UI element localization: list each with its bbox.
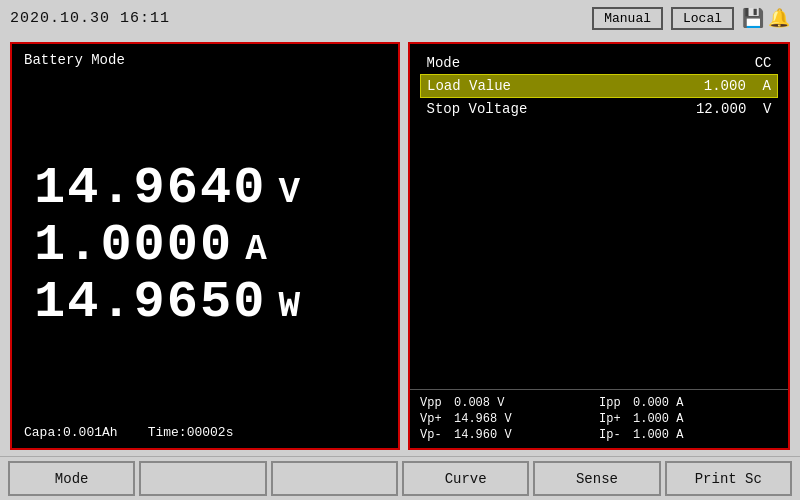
battery-mode-label: Battery Mode bbox=[24, 52, 386, 68]
stat-ipp-label: Ipp bbox=[599, 396, 629, 410]
right-panel: Mode CC Load Value 1.000 A Stop Voltage … bbox=[408, 42, 790, 450]
param-label-mode: Mode bbox=[421, 52, 622, 75]
stat-vpp: Vpp 0.008 V bbox=[420, 396, 599, 410]
param-label-loadvalue: Load Value bbox=[421, 75, 622, 98]
stat-vp-plus-value: 14.968 V bbox=[454, 412, 512, 426]
right-top: Mode CC Load Value 1.000 A Stop Voltage … bbox=[410, 44, 788, 389]
stat-vpp-label: Vpp bbox=[420, 396, 450, 410]
param-value-mode: CC bbox=[621, 52, 777, 75]
power-unit: W bbox=[278, 287, 300, 327]
curve-button[interactable]: Curve bbox=[402, 461, 529, 496]
stat-ip-minus-value: 1.000 A bbox=[633, 428, 683, 442]
current-unit: A bbox=[245, 230, 267, 270]
stat-ip-plus: Ip+ 1.000 A bbox=[599, 412, 778, 426]
voltage-unit: V bbox=[278, 173, 300, 213]
voltage-row: 14.9640 V bbox=[34, 160, 300, 217]
stats-grid: Vpp 0.008 V Vp+ 14.968 V Vp- 14.960 V bbox=[420, 396, 778, 442]
status-icons: 💾 🔔 bbox=[742, 7, 790, 29]
device-frame: 2020.10.30 16:11 Manual Local 💾 🔔 Batter… bbox=[0, 0, 800, 500]
right-bottom: Vpp 0.008 V Vp+ 14.968 V Vp- 14.960 V bbox=[410, 389, 788, 448]
stat-vp-minus-label: Vp- bbox=[420, 428, 450, 442]
printsc-button[interactable]: Print Sc bbox=[665, 461, 792, 496]
param-value-loadvalue: 1.000 A bbox=[621, 75, 777, 98]
manual-button[interactable]: Manual bbox=[592, 7, 663, 30]
mode-button[interactable]: Mode bbox=[8, 461, 135, 496]
big-readings: 14.9640 V 1.0000 A 14.9650 W bbox=[24, 72, 386, 419]
save-icon[interactable]: 💾 bbox=[742, 7, 764, 29]
current-value: 1.0000 bbox=[34, 217, 233, 274]
main-display: Battery Mode 14.9640 V 1.0000 A 14.9650 … bbox=[0, 36, 800, 456]
current-row: 1.0000 A bbox=[34, 217, 267, 274]
local-button[interactable]: Local bbox=[671, 7, 734, 30]
stat-vpp-value: 0.008 V bbox=[454, 396, 504, 410]
stat-ip-minus-label: Ip- bbox=[599, 428, 629, 442]
time-label: Time:00002s bbox=[148, 425, 234, 440]
param-row-mode: Mode CC bbox=[421, 52, 778, 75]
stats-col-right: Ipp 0.000 A Ip+ 1.000 A Ip- 1.000 A bbox=[599, 396, 778, 442]
stat-vp-minus: Vp- 14.960 V bbox=[420, 428, 599, 442]
capa-label: Capa:0.001Ah bbox=[24, 425, 118, 440]
toolbar: Mode Curve Sense Print Sc bbox=[0, 456, 800, 500]
param-value-stopvoltage: 12.000 V bbox=[621, 98, 777, 121]
bottom-stats: Capa:0.001Ah Time:00002s bbox=[24, 425, 386, 440]
stats-col-left: Vpp 0.008 V Vp+ 14.968 V Vp- 14.960 V bbox=[420, 396, 599, 442]
sense-button[interactable]: Sense bbox=[533, 461, 660, 496]
stat-ip-plus-label: Ip+ bbox=[599, 412, 629, 426]
param-label-stopvoltage: Stop Voltage bbox=[421, 98, 622, 121]
left-panel: Battery Mode 14.9640 V 1.0000 A 14.9650 … bbox=[10, 42, 400, 450]
power-row: 14.9650 W bbox=[34, 274, 300, 331]
bell-icon[interactable]: 🔔 bbox=[768, 7, 790, 29]
stat-ipp: Ipp 0.000 A bbox=[599, 396, 778, 410]
param-row-loadvalue[interactable]: Load Value 1.000 A bbox=[421, 75, 778, 98]
stat-vp-minus-value: 14.960 V bbox=[454, 428, 512, 442]
stat-ip-minus: Ip- 1.000 A bbox=[599, 428, 778, 442]
datetime-display: 2020.10.30 16:11 bbox=[10, 10, 584, 27]
toolbar-btn-2[interactable] bbox=[139, 461, 266, 496]
status-bar: 2020.10.30 16:11 Manual Local 💾 🔔 bbox=[0, 0, 800, 36]
stat-vp-plus-label: Vp+ bbox=[420, 412, 450, 426]
stat-ip-plus-value: 1.000 A bbox=[633, 412, 683, 426]
param-table: Mode CC Load Value 1.000 A Stop Voltage … bbox=[420, 52, 778, 120]
stat-ipp-value: 0.000 A bbox=[633, 396, 683, 410]
stat-vp-plus: Vp+ 14.968 V bbox=[420, 412, 599, 426]
param-row-stopvoltage: Stop Voltage 12.000 V bbox=[421, 98, 778, 121]
power-value: 14.9650 bbox=[34, 274, 266, 331]
toolbar-btn-3[interactable] bbox=[271, 461, 398, 496]
voltage-value: 14.9640 bbox=[34, 160, 266, 217]
